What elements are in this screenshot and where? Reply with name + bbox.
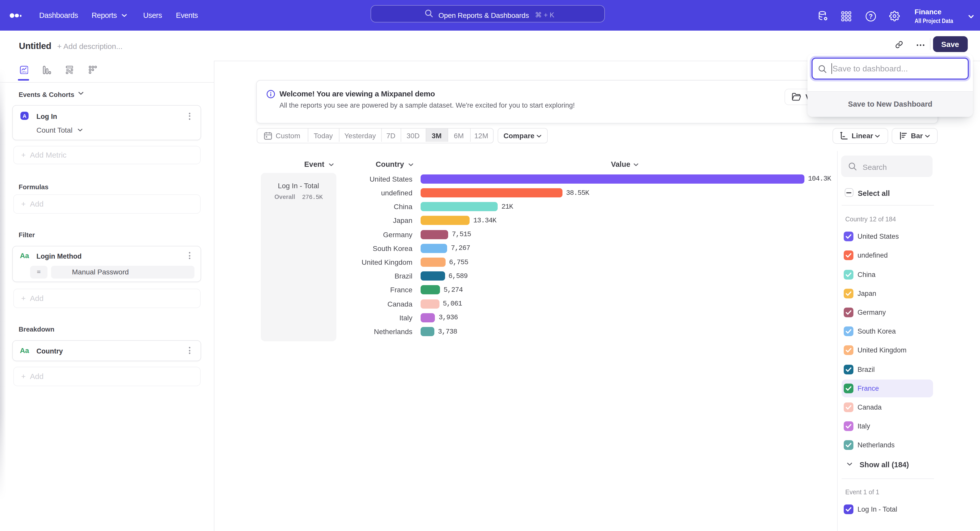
svg-text:?: ?: [869, 13, 873, 20]
